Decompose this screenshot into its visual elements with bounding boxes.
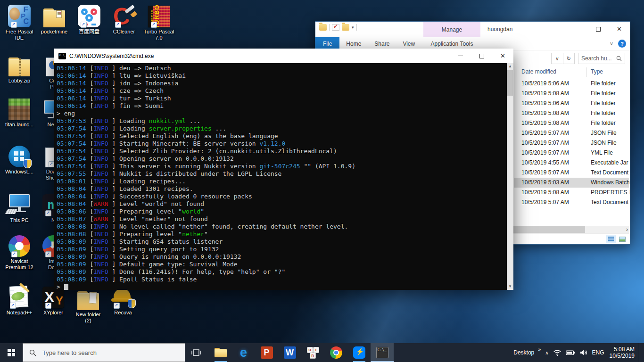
console-line: 05:08:04 [WARN ] Level "world" not found xyxy=(57,200,355,208)
thumbnail-view-button[interactable] xyxy=(617,235,627,243)
quick-access-toolbar[interactable]: ▾ xyxy=(319,24,357,31)
battery-icon[interactable] xyxy=(566,348,575,357)
maximize-button[interactable] xyxy=(587,22,609,36)
file-row[interactable]: 10/5/2019 5:07 AMJSON File xyxy=(514,128,629,138)
file-date: 10/5/2019 5:08 AM xyxy=(521,108,569,118)
console-line: 05:08:08 [INFO ] Preparing level "nether… xyxy=(57,230,355,238)
console-line: 05:08:09 [INFO ] Starting GS4 status lis… xyxy=(57,238,355,246)
scrollbar-thumb[interactable] xyxy=(507,70,513,96)
file-type: JSON File xyxy=(591,128,617,138)
taskbar-chrome[interactable] xyxy=(324,343,347,362)
cmd-titlebar[interactable]: C:\WINDOWS\system32\cmd.exe ✕ xyxy=(54,49,513,63)
taskbar-file-explorer[interactable] xyxy=(209,343,232,362)
taskbar-word[interactable]: W xyxy=(278,343,301,362)
console-line: 05:07:54 [INFO ] Selected English (eng) … xyxy=(57,132,355,140)
speaker-icon[interactable] xyxy=(579,348,588,357)
close-button[interactable]: ✕ xyxy=(492,49,513,63)
shortcut-arrow-icon xyxy=(11,251,17,257)
scroll-down-icon[interactable]: ▼ xyxy=(507,283,513,290)
file-row[interactable]: 10/5/2019 5:08 AMFile folder xyxy=(514,89,629,99)
folder-icon[interactable] xyxy=(319,24,327,31)
file-row[interactable]: 10/5/2019 4:55 AMExecutable Jar Fi xyxy=(514,158,629,168)
language-indicator[interactable]: ENG xyxy=(592,349,604,356)
start-button[interactable] xyxy=(0,343,23,362)
cmd-icon xyxy=(58,53,66,59)
file-row[interactable]: 10/5/2019 5:06 AMFile folder xyxy=(514,99,629,108)
manage-ribbon-group[interactable]: Manage xyxy=(423,22,480,37)
task-view-icon xyxy=(191,348,201,357)
window-title: huongdan xyxy=(487,26,512,33)
taskbar-unikey[interactable]: uin xyxy=(301,343,324,362)
file-row[interactable]: 10/5/2019 5:08 AMPROPERTIES File xyxy=(514,188,629,197)
file-row[interactable]: 10/5/2019 5:08 AMFile folder xyxy=(514,118,629,128)
file-row[interactable]: 10/5/2019 5:03 AMWindows Batch xyxy=(514,178,629,188)
refresh-icon[interactable]: ↻ xyxy=(563,53,575,64)
clock-date: 10/5/2019 xyxy=(610,353,635,359)
desktop-icon-pocketmine[interactable]: pocketmine xyxy=(36,4,72,35)
desktop-icon-this-pc[interactable]: This PC xyxy=(1,192,37,223)
console-line: 05:08:09 [INFO ] Epoll Status is false xyxy=(57,276,355,283)
show-hidden-icons-chevron[interactable]: ∧ xyxy=(545,350,548,355)
console-body[interactable]: 05:06:14 [INFO ] deu => Deutsch05:06:14 … xyxy=(54,63,513,290)
desktop-icon-navicat[interactable]: NavicatPremium 12 xyxy=(1,233,37,271)
file-row[interactable]: 10/5/2019 5:07 AMYML File xyxy=(514,148,629,158)
wifi-icon[interactable] xyxy=(553,348,561,357)
details-view-button[interactable] xyxy=(606,235,616,243)
file-row[interactable]: 10/5/2019 5:07 AMText Document xyxy=(514,197,629,207)
file-date: 10/5/2019 5:06 AM xyxy=(521,99,569,108)
icon-label: Lobby.zip xyxy=(1,78,37,84)
desktop-icon-lobby-zip[interactable]: Lobby.zip xyxy=(1,53,37,84)
scroll-right-icon[interactable]: › xyxy=(626,226,628,233)
desktop-icon-ccleaner[interactable]: C CCleaner xyxy=(106,4,142,35)
desktop-icon-windows-loader[interactable]: WindowsL... xyxy=(1,144,37,175)
search-box[interactable]: Search hu... xyxy=(578,53,625,64)
file-row[interactable]: 10/5/2019 5:08 AMFile folder xyxy=(514,108,629,118)
column-date-modified[interactable]: Date modified xyxy=(521,68,556,75)
help-icon[interactable]: ? xyxy=(618,40,626,48)
shortcut-arrow-icon xyxy=(151,22,157,28)
ribbon-collapse-icon[interactable]: ∨ xyxy=(610,41,613,47)
console-line: 05:06:14 [INFO ] tur => Turkish xyxy=(57,95,355,102)
show-desktop-button[interactable] xyxy=(639,343,641,362)
close-button[interactable]: ✕ xyxy=(609,22,630,36)
address-dropdown-icon[interactable]: ∨ xyxy=(552,53,563,64)
desktop-icon-notepad-plus-plus[interactable]: Notepad++ xyxy=(1,285,37,316)
shortcut-arrow-icon xyxy=(114,303,120,309)
desktop-icon-free-pascal-ide[interactable]: FPC Free PascalIDE xyxy=(1,4,37,41)
tab-home[interactable]: Home xyxy=(339,37,368,50)
file-row[interactable]: 10/5/2019 5:06 AMFile folder xyxy=(514,79,629,89)
taskbar-powerpoint[interactable]: P xyxy=(255,343,278,362)
maximize-button[interactable] xyxy=(471,49,492,63)
desktop-icon-baidu-netdisk[interactable]: 百度网盘 xyxy=(71,4,107,35)
taskbar-messenger[interactable] xyxy=(347,343,371,362)
qat-dropdown-icon[interactable]: ▾ xyxy=(352,25,354,30)
desktop-toolbar[interactable]: Desktop » xyxy=(513,349,541,356)
icon-label: 百度网盘 xyxy=(71,29,107,35)
tab-view[interactable]: View xyxy=(396,37,421,50)
edge-icon: e xyxy=(240,346,247,359)
properties-check-icon[interactable] xyxy=(332,24,339,31)
file-row[interactable]: 10/5/2019 5:07 AMText Document xyxy=(514,168,629,178)
taskbar-edge[interactable]: e xyxy=(232,343,255,362)
tab-file[interactable]: File xyxy=(315,37,339,50)
desktop-icon-new-folder-2[interactable]: New folder(2) xyxy=(70,287,106,324)
column-type[interactable]: Type xyxy=(591,68,603,75)
minimize-button[interactable] xyxy=(450,49,471,63)
taskbar-cmd-active[interactable] xyxy=(371,343,394,362)
desktop-icon-titan-launcher[interactable]: titan-launc... xyxy=(1,97,37,128)
minimize-button[interactable] xyxy=(566,22,587,36)
clock[interactable]: 5:08 AM 10/5/2019 xyxy=(609,346,635,359)
desktop-icon-turbo-pascal[interactable]: RLANDTURBO Turbo Pascal7.0 xyxy=(141,4,177,41)
new-folder-icon[interactable] xyxy=(342,24,349,31)
tab-share[interactable]: Share xyxy=(368,37,396,50)
vertical-scrollbar[interactable]: ▲ ▼ xyxy=(507,63,513,290)
task-view-button[interactable] xyxy=(185,343,207,362)
taskbar-search-box[interactable]: Type here to search xyxy=(23,343,185,362)
windows-loader-icon xyxy=(8,146,30,167)
scroll-up-icon[interactable]: ▲ xyxy=(507,63,513,70)
explorer-titlebar[interactable]: ▾ Manage huongdan ✕ xyxy=(315,22,630,37)
file-row[interactable]: 10/5/2019 5:07 AMJSON File xyxy=(514,138,629,148)
icon-label: Recuva xyxy=(105,310,141,316)
console-line: 05:06:14 [INFO ] fin => Suomi xyxy=(57,102,355,110)
toolbar-more-icon[interactable]: » xyxy=(538,346,541,352)
